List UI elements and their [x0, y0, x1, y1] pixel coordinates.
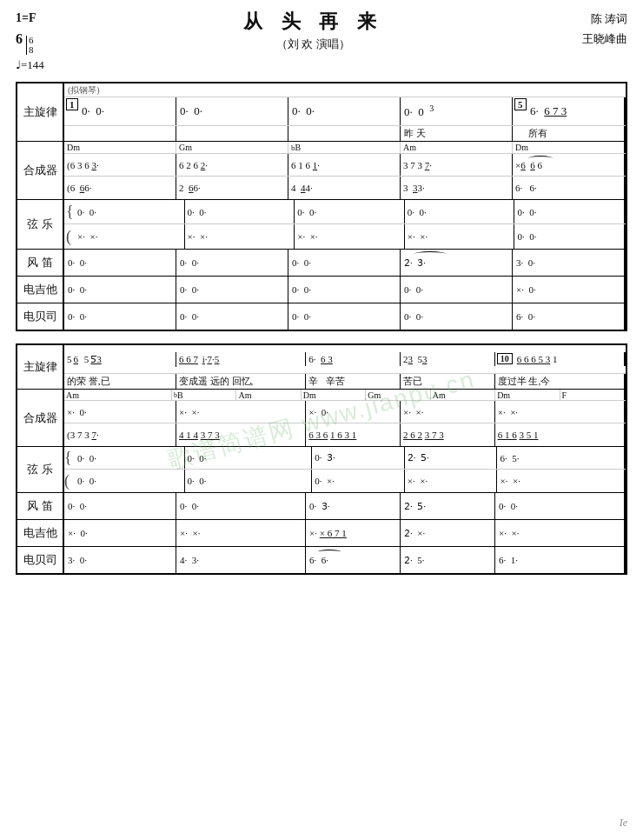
- syn2-m3: 4 44·: [288, 177, 401, 199]
- gt2-m3: ×· × 6 7 1: [306, 520, 401, 546]
- chord-gm: Gm: [176, 142, 288, 153]
- str2-m2-r2: 0· 0·: [185, 470, 313, 492]
- ly-m1: [64, 126, 176, 141]
- guitar-label: 电吉他: [17, 277, 64, 303]
- bs-m2: 0· 0·: [176, 303, 288, 330]
- lyricist: 陈 涛词: [582, 9, 627, 29]
- brace-bottom: (: [64, 224, 75, 249]
- ch2-am3: Am: [431, 390, 495, 400]
- syn2-m2: 2 66·: [176, 177, 288, 199]
- rehearsal-5: 5: [514, 98, 527, 110]
- ly-m3: [288, 126, 401, 141]
- bs2-m3: 6· 6·: [306, 547, 401, 573]
- header-center: 从 头 再 来 （刘 欢 演唱）: [44, 9, 582, 52]
- str2-m5-r2: ×· ×·: [497, 470, 626, 492]
- syn2-r1-m2: ×· ×·: [176, 401, 306, 423]
- melody-notes-row1: 1 0· 0· 0· 0· 0· 0· 0· 0 3 5 6· 6: [64, 97, 626, 125]
- melody-content-2: 5 6 5 5̅3 6 6 7 i·7·5: [64, 345, 626, 389]
- gt-m4: 0· 0·: [401, 277, 513, 303]
- str2-m1-r1: 0· 0·: [75, 447, 185, 469]
- gt2-m5: ×· ×·: [495, 520, 626, 546]
- flute-content: 0· 0· 0· 0· 0· 0· 2̇· 3̇· 3· 0·: [64, 250, 626, 276]
- gt-m1: 0· 0·: [64, 277, 176, 303]
- syn2-r2-m3: 6 3 6 1 6 3 1: [306, 423, 401, 446]
- melody-lyrics-row1: 昨 天 所有: [64, 125, 626, 141]
- strings-track-2: 弦 乐 { 0· 0· 0· 0· 0· 3̇· 2̇· 5̇· 6· 5· (…: [16, 447, 627, 493]
- ch2-am2: Am: [236, 390, 301, 400]
- section-2: 主旋律 5 6 5 5̅3 6 6 7: [16, 343, 627, 575]
- fl2-m2: 0· 0·: [176, 493, 306, 519]
- ly-m4: 昨 天: [401, 126, 513, 141]
- syn2-m1: (6 66·: [64, 177, 176, 199]
- synth-track-2: 合成器 Am bB Am Dm Gm Am Dm F ×· 0· ×· ×·: [16, 390, 627, 447]
- melody-annotation: (拟钢琴): [64, 83, 626, 97]
- fl-tie: [414, 251, 446, 257]
- mel2-lyrics: 的荣 誉,已 变成遥 远的 回忆, 辛 辛苦 苦已 度过半 生,今: [64, 373, 626, 389]
- syn2-r2-m2: 4 1 4 3 7 3: [176, 423, 306, 446]
- str-m4-r1: 0· 0·: [405, 200, 515, 223]
- melody-measure-2: 0· 0·: [176, 97, 288, 125]
- syn2-r2-m4: 2 6 2 3 7 3: [401, 423, 495, 446]
- syn-m4: 3 7 3 7·: [401, 154, 513, 176]
- bs2-m4: 2̇· 5·: [401, 547, 495, 573]
- str-m2-r2: ×· ×·: [185, 224, 295, 249]
- melody-content: (拟钢琴) 1 0· 0· 0· 0· 0· 0· 0· 0 3: [64, 83, 626, 141]
- synth-label-2: 合成器: [17, 390, 64, 446]
- fl-m4: 2̇· 3̇·: [401, 250, 513, 276]
- tie-arc-1: [528, 156, 553, 161]
- lyr2-m3: 辛 辛苦: [306, 374, 401, 389]
- str2-m3-r2: 0· ×·: [312, 470, 405, 492]
- chord-am1: Am: [401, 142, 513, 153]
- synth-label: 合成器: [17, 142, 64, 199]
- melody-track-1: 主旋律 (拟钢琴) 1 0· 0· 0· 0· 0· 0·: [16, 82, 627, 142]
- synth-track-1: 合成器 Dm Gm bB Am Dm (6 3 6 3· 6 2 6 2· 6 …: [16, 142, 627, 200]
- melody-track-2: 主旋律 5 6 5 5̅3 6 6 7: [16, 343, 627, 390]
- synth2-chords: Am bB Am Dm Gm Am Dm F: [64, 390, 626, 401]
- rehearsal-1: 1: [66, 98, 78, 110]
- ch2-f: F: [560, 390, 626, 400]
- syn2-m4: 3 33·: [401, 177, 513, 199]
- mel2-m5: 10 6 6 6 5 3 1: [495, 352, 626, 366]
- melody-label-2: 主旋律: [17, 345, 64, 389]
- tempo: ♩=144: [16, 57, 44, 75]
- str2-m2-r1: 0· 0·: [185, 447, 313, 469]
- str-m5-r2: 0· 0·: [514, 224, 626, 249]
- ly-m5: 所有: [513, 126, 626, 141]
- header-left: 1=F 6 68 ♩=144: [16, 9, 44, 75]
- bass-content: 0· 0· 0· 0· 0· 0· 0· 0· 6· 0·: [64, 303, 626, 330]
- strings-label: 弦 乐: [17, 200, 64, 249]
- lyr2-m1: 的荣 誉,已: [64, 374, 176, 389]
- mel2-m3: 6· 6 3: [306, 352, 401, 366]
- gt-m3: 0· 0·: [288, 277, 401, 303]
- bottom-notice: Ie: [620, 817, 627, 830]
- chord-dm1: Dm: [64, 142, 176, 153]
- page: 1=F 6 68 ♩=144 从 头 再 来 （刘 欢 演唱） 陈 涛词 王晓峰…: [0, 0, 643, 840]
- syn2-r1-m5: ×· ×·: [495, 401, 626, 423]
- str2-m4-r1: 2̇· 5̇·: [405, 447, 498, 469]
- guitar-track-1: 电吉他 0· 0· 0· 0· 0· 0· 0· 0· ×· 0·: [16, 277, 627, 303]
- section-gap: [16, 331, 627, 340]
- synth-chords: Dm Gm bB Am Dm: [64, 142, 626, 154]
- ch2-dm2: Dm: [495, 390, 560, 400]
- gt2-m2: ×· ×·: [176, 520, 306, 546]
- gt-m2: 0· 0·: [176, 277, 288, 303]
- syn2-m5: 6· 6·: [513, 177, 626, 199]
- lyr2-m5: 度过半 生,今: [495, 374, 626, 389]
- guitar-content-2: ×· 0· ×· ×· ×· × 6 7 1 2̇· ×· ×· ×·: [64, 520, 626, 546]
- bs-m4: 0· 0·: [401, 303, 513, 330]
- strings-track-1: 弦 乐 { 0· 0· 0· 0· 0· 0· 0· 0· 0· 0· ( ×·…: [16, 200, 627, 250]
- section-1: 主旋律 (拟钢琴) 1 0· 0· 0· 0· 0· 0·: [16, 82, 627, 331]
- bass-content-2: 3· 0· 4· 3· 6· 6· 2̇· 5· 6· 1·: [64, 547, 626, 573]
- m1-notes: 0· 0·: [82, 104, 104, 118]
- melody-label: 主旋律: [17, 83, 64, 141]
- bs-m5: 6· 0·: [513, 303, 626, 330]
- brace-top: {: [64, 200, 75, 223]
- ly-m2: [176, 126, 288, 141]
- mel2-notes: 5 6 5 5̅3 6 6 7 i·7·5: [64, 345, 626, 373]
- m2-notes: 0· 0·: [180, 104, 202, 118]
- bass-track-2: 电贝司 3· 0· 4· 3· 6· 6· 2̇· 5· 6· 1·: [16, 547, 627, 575]
- synth-notes-row2: (6 66· 2 66· 4 44· 3 33· 6· 6·: [64, 177, 626, 199]
- gt2-m4: 2̇· ×·: [401, 520, 495, 546]
- bs2-tie: [318, 550, 341, 554]
- ch2-bb: bB: [172, 390, 236, 400]
